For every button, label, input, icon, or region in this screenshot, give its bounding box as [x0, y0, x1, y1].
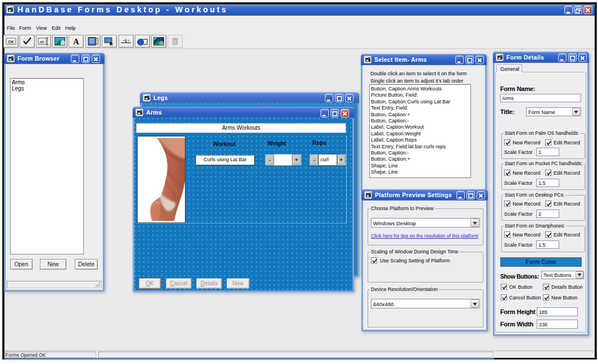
svg-text:OK: OK	[8, 40, 14, 44]
svg-text:ab: ab	[39, 39, 44, 44]
svg-text:A: A	[73, 37, 79, 46]
